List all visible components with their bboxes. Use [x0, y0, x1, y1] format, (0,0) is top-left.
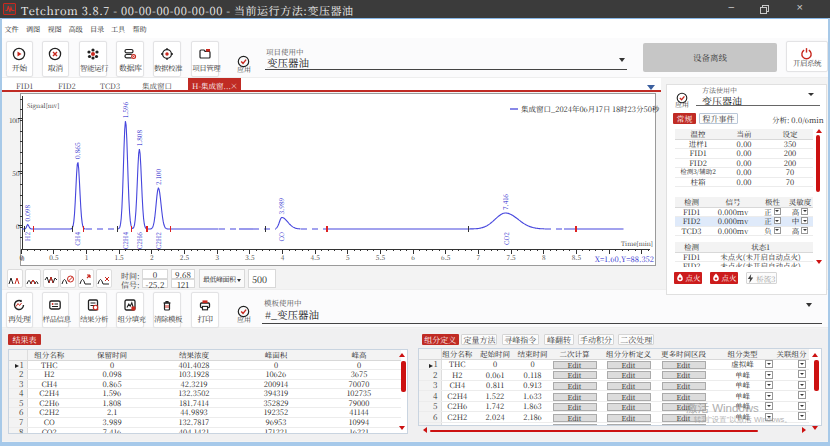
svg-text:集成窗口_2024年06月17日 18时23分50秒: 集成窗口_2024年06月17日 18时23分50秒	[521, 103, 660, 114]
svg-text:4.5: 4.5	[310, 253, 320, 262]
svg-text:CH4: CH4	[73, 232, 82, 246]
svg-text:1: 1	[85, 253, 88, 262]
svg-text:3: 3	[215, 253, 219, 262]
svg-text:2: 2	[150, 253, 154, 262]
svg-text:3.5: 3.5	[245, 253, 255, 262]
svg-text:X=1.60,Y=88.352: X=1.60,Y=88.352	[595, 253, 654, 264]
svg-text:2.5: 2.5	[180, 253, 190, 262]
svg-text:6.5: 6.5	[441, 253, 451, 262]
svg-text:Signal[mv]: Signal[mv]	[27, 101, 59, 110]
svg-text:H2: H2	[23, 232, 32, 242]
svg-text:2.100: 2.100	[154, 169, 163, 185]
svg-text:C2H2: C2H2	[154, 232, 163, 250]
svg-text:6: 6	[411, 253, 415, 262]
svg-text:CO: CO	[277, 232, 286, 241]
svg-text:C2H6: C2H6	[135, 232, 144, 250]
svg-text:7.416: 7.416	[501, 194, 510, 210]
svg-text:7.5: 7.5	[506, 253, 516, 262]
svg-text:0.865: 0.865	[73, 142, 82, 159]
svg-text:7: 7	[477, 253, 481, 262]
svg-text:8.5: 8.5	[572, 253, 582, 262]
svg-text:5.5: 5.5	[376, 253, 386, 262]
svg-text:0.5: 0.5	[49, 253, 59, 262]
svg-text:5: 5	[346, 253, 350, 262]
svg-text:3.989: 3.989	[277, 197, 286, 214]
svg-text:8: 8	[542, 253, 546, 262]
svg-text:1.808: 1.808	[135, 130, 144, 146]
svg-text:4: 4	[281, 253, 285, 262]
svg-text:CO2: CO2	[502, 232, 511, 245]
svg-text:1.596: 1.596	[121, 102, 130, 118]
svg-text:Time[min]: Time[min]	[621, 239, 653, 248]
svg-text:0.098: 0.098	[23, 204, 32, 221]
svg-text:1.5: 1.5	[115, 253, 124, 262]
svg-text:C2H4: C2H4	[121, 232, 130, 250]
